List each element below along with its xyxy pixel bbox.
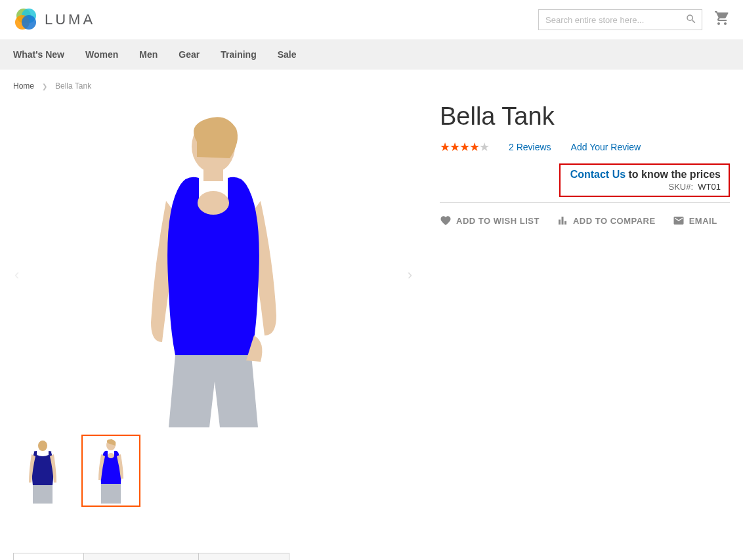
logo-text: LUMA	[45, 11, 95, 28]
tab-more-information[interactable]: More Information	[83, 553, 199, 560]
svg-point-10	[108, 453, 114, 458]
product-title: Bella Tank	[440, 102, 730, 131]
divider	[440, 202, 730, 203]
svg-rect-8	[33, 485, 53, 504]
wishlist-label: ADD TO WISH LIST	[456, 216, 540, 226]
nav-item-women[interactable]: Women	[85, 39, 130, 70]
product-actions: ADD TO WISH LIST ADD TO COMPARE EMAIL	[440, 215, 730, 226]
breadcrumb: Home ❯ Bella Tank	[0, 70, 743, 102]
gallery-thumbnails	[13, 435, 414, 507]
thumbnail-2[interactable]	[81, 435, 140, 507]
nav-item-whats-new[interactable]: What's New	[13, 39, 76, 70]
main-product-image[interactable]: ‹ ›	[13, 102, 414, 431]
search-input[interactable]	[538, 9, 702, 30]
product-info: Bella Tank ★★★★★ 2 Reviews Add Your Revi…	[440, 102, 730, 507]
nav-item-sale[interactable]: Sale	[278, 39, 308, 70]
page-header: LUMA	[0, 0, 743, 39]
search-box	[538, 9, 702, 30]
email-friend[interactable]: EMAIL	[673, 215, 717, 226]
star-rating: ★★★★★	[440, 140, 489, 154]
product-view: ‹ ›	[0, 102, 743, 533]
store-logo[interactable]: LUMA	[13, 7, 95, 33]
compare-label: ADD TO COMPARE	[573, 216, 656, 226]
product-tabs: Details More Information Reviews (2)	[13, 553, 730, 560]
add-review-link[interactable]: Add Your Review	[571, 142, 641, 152]
nav-item-gear[interactable]: Gear	[179, 39, 211, 70]
breadcrumb-current: Bella Tank	[55, 81, 91, 91]
cart-button[interactable]	[714, 11, 730, 29]
breadcrumb-home[interactable]: Home	[13, 81, 34, 91]
svg-rect-11	[101, 484, 121, 504]
email-label: EMAIL	[689, 216, 717, 226]
know-prices-text: to know the prices	[626, 169, 721, 180]
sku-label: SKU#:	[669, 182, 694, 192]
product-gallery: ‹ ›	[13, 102, 414, 507]
reviews-link[interactable]: 2 Reviews	[509, 142, 551, 152]
search-button[interactable]	[684, 12, 698, 27]
add-to-compare[interactable]: ADD TO COMPARE	[557, 215, 656, 226]
nav-item-training[interactable]: Training	[221, 39, 268, 70]
main-nav: What's New Women Men Gear Training Sale	[0, 39, 743, 70]
tab-reviews[interactable]: Reviews (2)	[198, 553, 289, 560]
add-to-wishlist[interactable]: ADD TO WISH LIST	[440, 215, 540, 226]
thumbnail-1[interactable]	[13, 435, 72, 507]
cart-icon	[714, 11, 730, 26]
mail-icon	[673, 215, 685, 226]
svg-point-7	[38, 441, 47, 451]
svg-rect-5	[203, 168, 223, 181]
contact-us-link[interactable]: Contact Us	[570, 169, 626, 180]
chevron-right-icon: ❯	[42, 83, 47, 90]
rating-summary: ★★★★★ 2 Reviews Add Your Review	[440, 140, 730, 154]
chart-bar-icon	[557, 215, 568, 226]
heart-icon	[440, 215, 452, 226]
svg-point-6	[198, 191, 229, 215]
header-tools	[538, 9, 730, 30]
tab-details[interactable]: Details	[13, 553, 84, 560]
logo-icon	[13, 7, 39, 33]
svg-point-3	[22, 15, 36, 30]
gallery-next[interactable]: ›	[405, 267, 415, 284]
nav-item-men[interactable]: Men	[139, 39, 169, 70]
gallery-prev[interactable]: ‹	[12, 267, 22, 284]
search-icon	[685, 13, 697, 25]
sku-value: WT01	[698, 182, 721, 192]
price-callout: Contact Us to know the prices SKU#: WT01	[559, 163, 730, 197]
